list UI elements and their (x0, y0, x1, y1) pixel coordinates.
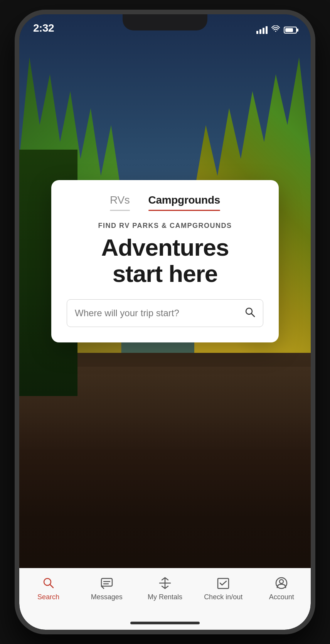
phone-frame: 2:32 (15, 10, 315, 634)
signal-icon (256, 26, 268, 34)
rentals-nav-icon (158, 576, 172, 590)
card-title: Adventures start here (67, 234, 263, 287)
messages-nav-icon (100, 576, 114, 590)
account-nav-icon (274, 576, 288, 590)
search-icon[interactable] (244, 307, 255, 320)
card-title-line1: Adventures (101, 234, 229, 261)
search-card: RVs Campgrounds FIND RV PARKS & CAMPGROU… (51, 180, 279, 342)
nav-item-rentals[interactable]: My Rentals (142, 576, 188, 601)
phone-outer: 2:32 (0, 0, 330, 644)
nav-item-checkin[interactable]: Check in/out (200, 576, 246, 601)
nav-label-messages: Messages (91, 593, 123, 601)
svg-point-13 (279, 580, 283, 583)
search-input[interactable] (75, 308, 244, 319)
nav-item-account[interactable]: Account (258, 576, 305, 601)
tab-campgrounds[interactable]: Campgrounds (148, 194, 220, 211)
tab-rvs-label: RVs (110, 194, 130, 206)
svg-rect-5 (101, 578, 112, 586)
svg-point-1 (246, 308, 252, 314)
nav-label-rentals: My Rentals (148, 593, 182, 601)
tab-campgrounds-label: Campgrounds (148, 194, 220, 206)
svg-line-2 (252, 314, 255, 317)
home-indicator (130, 622, 200, 624)
bottom-nav: Search Messages (19, 568, 311, 630)
status-bar: 2:32 (19, 14, 311, 37)
search-nav-icon (42, 576, 56, 590)
nav-item-messages[interactable]: Messages (84, 576, 130, 601)
tab-bar: RVs Campgrounds (67, 194, 263, 211)
battery-icon (284, 27, 297, 34)
nav-label-account: Account (269, 593, 294, 601)
battery-fill (285, 28, 293, 32)
card-title-line2: start here (113, 260, 218, 287)
wifi-icon (271, 25, 280, 34)
phone-screen: 2:32 (19, 14, 311, 630)
svg-line-4 (50, 585, 53, 588)
nav-label-search: Search (37, 593, 59, 601)
status-time: 2:32 (33, 22, 54, 34)
status-icons (256, 25, 297, 34)
tab-rvs[interactable]: RVs (110, 194, 130, 211)
nav-item-search[interactable]: Search (25, 576, 72, 601)
search-input-wrapper[interactable] (67, 299, 263, 327)
nav-label-checkin: Check in/out (204, 593, 242, 601)
card-subtitle: FIND RV PARKS & CAMPGROUNDS (67, 222, 263, 230)
checkin-nav-icon (216, 576, 230, 590)
svg-point-0 (275, 31, 276, 32)
